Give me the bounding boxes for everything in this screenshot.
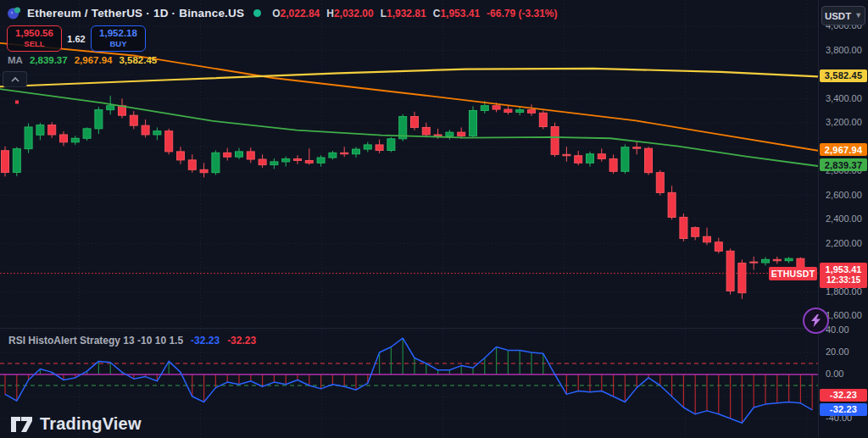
chevron-down-icon: ▼ (854, 12, 862, 19)
ma-value-3: 3,582.45 (119, 55, 157, 65)
lightning-icon (811, 314, 821, 327)
chevron-up-icon (11, 77, 19, 82)
indicator-hist-value: -32.23 (227, 335, 256, 347)
indicator-tick: 20.00 (826, 347, 849, 357)
indicator-line-value: -32.23 (191, 335, 220, 347)
indicator-tick: 40.00 (826, 324, 849, 335)
high-value: 2,032.00 (334, 8, 374, 19)
low-value: 1,932.81 (387, 8, 426, 19)
indicator-legend: RSI HistoAlert Strategy 13 -10 10 1.5 -3… (8, 335, 256, 347)
tradingview-logo-icon (10, 416, 33, 433)
tradingview-app: Ethereum / TetherUS · 1D · Binance.US O2… (0, 0, 868, 438)
price-line-symbol-tag: ETHUSDT (769, 267, 817, 280)
indicator-value-badge: -32.23 (820, 389, 867, 402)
indicator-title[interactable]: RSI HistoAlert Strategy 13 -10 10 1.5 (8, 335, 183, 347)
currency-toggle-button[interactable]: USDT ▼ (821, 6, 865, 25)
watermark-text: TradingView (40, 414, 142, 434)
collapse-panel-button[interactable] (3, 71, 27, 87)
sell-price: 1,950.56 (15, 28, 53, 39)
price-tick: 2,600.00 (826, 190, 862, 200)
countdown-timer: 12:33:15 (820, 275, 867, 286)
ma-value-2: 2,967.94 (75, 55, 113, 65)
price-tick: 3,200.00 (826, 117, 862, 127)
price-tick: 2,200.00 (826, 238, 862, 248)
spread-value: 1.62 (62, 34, 91, 44)
price-tick: 3,400.00 (826, 93, 862, 103)
price-tick: 2,400.00 (826, 213, 862, 224)
symbol-logo-icon (7, 6, 21, 20)
chart-header: Ethereum / TetherUS · 1D · Binance.US O2… (7, 6, 557, 20)
trade-panel: 1,950.56 SELL 1.62 1,952.18 BUY (7, 25, 146, 52)
buy-price: 1,952.18 (99, 28, 137, 39)
indicator-tick: 0.00 (826, 369, 843, 379)
price-axis[interactable]: 1,953.41 12:33:15 4,000.003,800.003,600.… (818, 0, 868, 438)
ma-price-badge: 3,582.45 (820, 69, 867, 82)
ohlc-values: O2,022.84 H2,032.00 L1,932.81 C1,953.41 … (272, 8, 557, 19)
indicator-value-badge: -32.23 (820, 403, 867, 416)
tradingview-watermark: TradingView (10, 414, 142, 434)
close-value: 1,953.41 (440, 8, 480, 19)
open-value: 2,022.84 (281, 8, 320, 19)
last-price-badge: 1,953.41 12:33:15 (820, 263, 867, 288)
price-tick: 1,600.00 (826, 310, 862, 320)
chart-canvas[interactable] (0, 0, 868, 438)
change-value: -66.79 (-3.31%) (487, 8, 557, 19)
symbol-title[interactable]: Ethereum / TetherUS · 1D · Binance.US (27, 7, 244, 19)
price-tick: 3,800.00 (826, 45, 862, 55)
ma-price-badge: 2,839.37 (820, 158, 867, 171)
sell-button[interactable]: 1,950.56 SELL (7, 25, 62, 52)
ma-price-badge: 2,967.94 (820, 143, 867, 156)
last-price-value: 1,953.41 (820, 264, 867, 276)
buy-button[interactable]: 1,952.18 BUY (91, 25, 146, 52)
instant-order-button[interactable] (803, 308, 829, 334)
ma-legend[interactable]: MA 2,839.37 2,967.94 3,582.45 (8, 55, 157, 65)
market-status-dot (253, 9, 261, 17)
ma-value-1: 2,839.37 (30, 55, 68, 65)
